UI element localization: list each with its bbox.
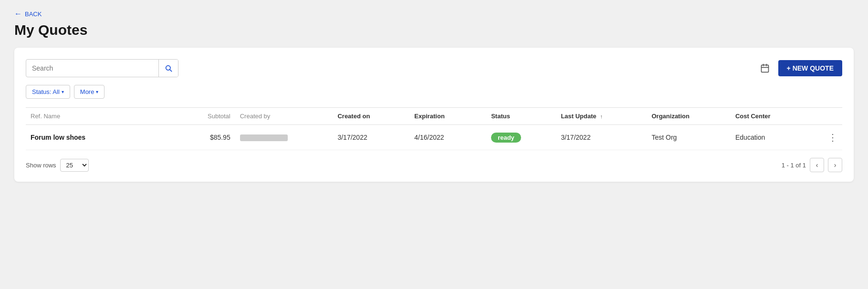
col-header-organization: Organization	[647, 108, 731, 125]
col-header-status: Status	[486, 108, 556, 125]
search-icon	[165, 64, 172, 72]
cell-last-update: 3/17/2022	[556, 125, 647, 150]
more-chevron-icon: ▾	[96, 89, 98, 94]
cell-cost-center: Education	[731, 125, 814, 150]
col-header-expiration: Expiration	[409, 108, 486, 125]
col-header-last-update[interactable]: Last Update ↑	[556, 108, 647, 125]
toolbar: + NEW QUOTE	[26, 59, 842, 77]
search-button[interactable]	[158, 59, 178, 77]
pagination-text: 1 - 1 of 1	[782, 162, 806, 169]
page-title: My Quotes	[14, 22, 854, 38]
more-filter-label: More	[80, 88, 94, 95]
cell-actions[interactable]: ⋮	[814, 125, 842, 150]
status-badge: ready	[491, 133, 521, 143]
pagination-controls: 1 - 1 of 1 ‹ ›	[782, 158, 842, 172]
col-header-cost-center: Cost Center	[731, 108, 814, 125]
main-card: + NEW QUOTE Status: All ▾ More ▾ Ref. Na…	[14, 48, 854, 182]
status-filter-label: Status: All	[32, 88, 60, 95]
next-page-button[interactable]: ›	[828, 158, 842, 172]
status-filter-button[interactable]: Status: All ▾	[26, 85, 70, 99]
next-page-icon: ›	[834, 161, 837, 169]
col-header-ref-name: Ref. Name	[26, 108, 165, 125]
show-rows-label: Show rows	[26, 162, 56, 169]
cell-expiration: 4/16/2022	[409, 125, 486, 150]
back-link[interactable]: ← BACK	[14, 10, 42, 18]
cell-created-by	[235, 125, 333, 150]
col-header-created-on: Created on	[333, 108, 409, 125]
cell-ref-name: Forum low shoes	[26, 125, 165, 150]
back-arrow-icon: ←	[14, 10, 22, 18]
table-header-row: Ref. Name Subtotal Created by Created on…	[26, 108, 842, 125]
search-input[interactable]	[26, 64, 158, 72]
sort-arrow-icon: ↑	[600, 114, 603, 119]
toolbar-left	[26, 59, 178, 77]
toolbar-right: + NEW QUOTE	[757, 60, 842, 76]
rows-per-page-select[interactable]: 10 25 50 100	[60, 159, 89, 172]
cell-subtotal: $85.95	[165, 125, 235, 150]
table-row: Forum low shoes $85.95 3/17/2022 4/16/20…	[26, 125, 842, 150]
calendar-icon	[760, 63, 770, 73]
new-quote-label: + NEW QUOTE	[787, 64, 834, 72]
cell-organization: Test Org	[647, 125, 731, 150]
cell-created-on: 3/17/2022	[333, 125, 409, 150]
filters-row: Status: All ▾ More ▾	[26, 85, 842, 99]
calendar-button[interactable]	[757, 61, 773, 76]
col-header-subtotal: Subtotal	[165, 108, 235, 125]
status-chevron-icon: ▾	[62, 89, 64, 94]
cell-status: ready	[486, 125, 556, 150]
new-quote-button[interactable]: + NEW QUOTE	[778, 60, 842, 76]
svg-line-1	[170, 70, 172, 72]
svg-rect-2	[761, 65, 768, 72]
show-rows-control: Show rows 10 25 50 100	[26, 159, 89, 172]
prev-page-icon: ‹	[816, 161, 818, 169]
prev-page-button[interactable]: ‹	[810, 158, 824, 172]
search-wrapper	[26, 59, 178, 77]
table-footer: Show rows 10 25 50 100 1 - 1 of 1 ‹ ›	[26, 158, 842, 172]
col-header-actions	[814, 108, 842, 125]
col-header-created-by: Created by	[235, 108, 333, 125]
blurred-email	[240, 134, 288, 141]
quotes-table: Ref. Name Subtotal Created by Created on…	[26, 107, 842, 150]
more-filter-button[interactable]: More ▾	[74, 85, 105, 99]
back-label: BACK	[25, 10, 42, 18]
